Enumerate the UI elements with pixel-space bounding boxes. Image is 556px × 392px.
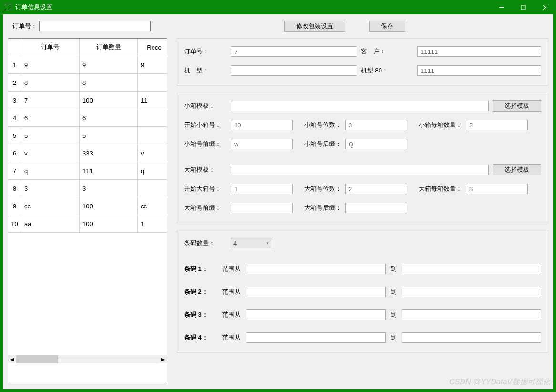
table-cell[interactable]: 9 xyxy=(138,56,167,74)
table-cell[interactable]: v xyxy=(21,144,80,162)
barcode-row: 条码 1： 范围从 到 xyxy=(184,262,541,276)
row-header[interactable]: 6 xyxy=(8,144,21,162)
table-cell[interactable]: 6 xyxy=(80,109,138,127)
detail-customer-input[interactable] xyxy=(417,46,541,57)
table-cell[interactable]: 1 xyxy=(138,215,167,233)
close-button[interactable] xyxy=(534,0,556,14)
save-button[interactable]: 保存 xyxy=(369,21,405,32)
barcode-to-input[interactable] xyxy=(402,332,542,343)
table-cell[interactable]: 9 xyxy=(80,56,138,74)
barcode-from-input[interactable] xyxy=(246,287,386,297)
detail-order-input[interactable] xyxy=(231,46,357,57)
table-cell[interactable]: 100 xyxy=(80,197,138,215)
barcode-to-label: 到 xyxy=(391,288,397,296)
table-cell[interactable]: 8 xyxy=(21,74,80,92)
small-box-group: 小箱模板： 选择模板 开始小箱号： 小箱号位数： 小箱每箱数量： 小箱号前缀： … xyxy=(177,93,548,223)
detail-model80-label: 机型 80： xyxy=(361,66,413,75)
table-cell[interactable]: 111 xyxy=(80,162,138,180)
smallbox-qty-input[interactable] xyxy=(466,120,528,130)
table-cell[interactable] xyxy=(138,127,167,144)
row-header[interactable]: 2 xyxy=(8,74,21,92)
smallbox-start-input[interactable] xyxy=(231,120,293,130)
smallbox-digits-input[interactable] xyxy=(345,120,407,130)
minimize-button[interactable] xyxy=(490,0,512,14)
barcode-from-label: 范围从 xyxy=(222,288,241,296)
bigbox-digits-input[interactable] xyxy=(345,184,407,194)
barcode-to-input[interactable] xyxy=(402,309,542,320)
table-cell[interactable]: 7 xyxy=(21,92,80,109)
bigbox-digits-label: 大箱号位数： xyxy=(304,185,341,193)
table-cell[interactable]: aa xyxy=(21,215,80,233)
titlebar: 订单信息设置 xyxy=(0,0,556,14)
table-cell[interactable] xyxy=(138,109,167,127)
detail-model80-input[interactable] xyxy=(417,65,541,76)
table-cell[interactable]: 8 xyxy=(80,74,138,92)
barcode-from-label: 范围从 xyxy=(222,333,241,342)
table-cell[interactable]: 11 xyxy=(138,92,167,109)
detail-model-input[interactable] xyxy=(231,65,357,76)
table-cell[interactable]: 3 xyxy=(21,180,80,197)
order-no-input[interactable] xyxy=(39,21,151,31)
bigbox-choose-template-button[interactable]: 选择模板 xyxy=(493,164,541,175)
table-cell[interactable]: cc xyxy=(138,197,167,215)
table-cell[interactable]: 5 xyxy=(80,127,138,144)
horizontal-scrollbar[interactable]: ◄ ► xyxy=(8,355,167,363)
smallbox-qty-label: 小箱每箱数量： xyxy=(419,121,462,129)
barcode-to-label: 到 xyxy=(391,265,397,273)
table-cell[interactable] xyxy=(138,180,167,197)
bigbox-suffix-label: 大箱号后缀： xyxy=(304,204,341,212)
order-no-label: 订单号： xyxy=(12,22,37,31)
row-header[interactable]: 5 xyxy=(8,127,21,144)
table-cell[interactable]: q xyxy=(138,162,167,180)
table-cell[interactable]: 333 xyxy=(80,144,138,162)
scroll-left-icon[interactable]: ◄ xyxy=(8,355,16,363)
table-cell[interactable]: cc xyxy=(21,197,80,215)
row-header[interactable]: 8 xyxy=(8,180,21,197)
table-cell[interactable]: 5 xyxy=(21,127,80,144)
bigbox-start-input[interactable] xyxy=(231,184,293,194)
bigbox-template-label: 大箱模板： xyxy=(184,165,227,174)
bigbox-suffix-input[interactable] xyxy=(345,203,407,213)
row-header[interactable]: 9 xyxy=(8,197,21,215)
maximize-button[interactable] xyxy=(512,0,534,14)
table-cell[interactable] xyxy=(138,74,167,92)
table-cell[interactable]: 100 xyxy=(80,215,138,233)
col-header-order[interactable]: 订单号 xyxy=(21,39,80,56)
table-cell[interactable]: 9 xyxy=(21,56,80,74)
row-header[interactable]: 7 xyxy=(8,162,21,180)
col-header-qty[interactable]: 订单数量 xyxy=(80,39,138,56)
table-cell[interactable]: q xyxy=(21,162,80,180)
scroll-right-icon[interactable]: ► xyxy=(159,355,167,363)
smallbox-digits-label: 小箱号位数： xyxy=(304,121,341,129)
barcode-to-input[interactable] xyxy=(402,287,542,297)
app-icon xyxy=(5,4,11,10)
detail-customer-label: 客 户： xyxy=(361,47,413,56)
barcode-from-label: 范围从 xyxy=(222,265,241,273)
smallbox-suffix-label: 小箱号后缀： xyxy=(304,140,341,148)
barcode-from-input[interactable] xyxy=(246,332,386,343)
barcode-to-input[interactable] xyxy=(402,264,542,274)
modify-packaging-button[interactable]: 修改包装设置 xyxy=(284,21,345,32)
row-header[interactable]: 3 xyxy=(8,92,21,109)
table-cell[interactable]: 3 xyxy=(80,180,138,197)
row-header[interactable]: 1 xyxy=(8,56,21,74)
table-cell[interactable]: 6 xyxy=(21,109,80,127)
table-cell[interactable]: v xyxy=(138,144,167,162)
barcode-row-label: 条码 2： xyxy=(184,288,217,296)
barcode-count-select[interactable]: 4 ▾ xyxy=(231,238,271,248)
smallbox-template-input[interactable] xyxy=(231,101,489,111)
col-header-reco[interactable]: Reco xyxy=(138,39,167,56)
row-header[interactable]: 4 xyxy=(8,109,21,127)
bigbox-prefix-input[interactable] xyxy=(231,203,293,213)
smallbox-suffix-input[interactable] xyxy=(345,139,407,149)
table-cell[interactable]: 100 xyxy=(80,92,138,109)
bigbox-template-input[interactable] xyxy=(231,165,489,175)
row-header[interactable]: 10 xyxy=(8,215,21,233)
bigbox-qty-input[interactable] xyxy=(466,184,528,194)
main-area: 订单号 订单数量 Reco 1 9 9 9 2 8 8 3 7 100 11 4… xyxy=(8,38,548,384)
smallbox-prefix-input[interactable] xyxy=(231,139,293,149)
barcode-from-input[interactable] xyxy=(246,309,386,320)
barcode-from-input[interactable] xyxy=(246,264,386,274)
smallbox-choose-template-button[interactable]: 选择模板 xyxy=(493,100,541,112)
scrollbar-thumb[interactable] xyxy=(16,355,58,363)
